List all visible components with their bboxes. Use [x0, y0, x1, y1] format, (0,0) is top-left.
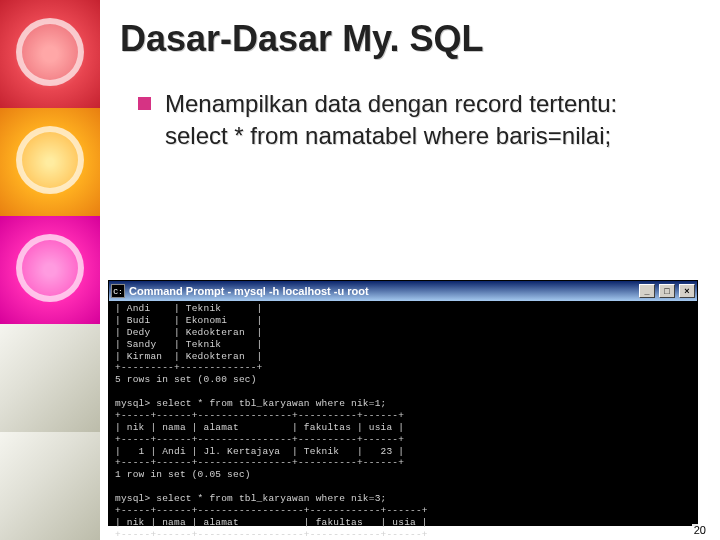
window-titlebar[interactable]: C: Command Prompt - mysql -h localhost -… [109, 281, 697, 301]
cmd-icon: C: [111, 284, 125, 298]
bullet-item: Menampilkan data dengan record tertentu:… [138, 88, 700, 153]
tile-clock-pink [0, 216, 100, 324]
bullet-text: Menampilkan data dengan record tertentu:… [165, 88, 617, 153]
bullet-marker-icon [138, 97, 151, 110]
decorative-sidebar [0, 0, 100, 540]
bullet-code: select * from namatabel where baris=nila… [165, 122, 611, 149]
command-prompt-window: C: Command Prompt - mysql -h localhost -… [108, 280, 698, 526]
window-title: Command Prompt - mysql -h localhost -u r… [129, 285, 635, 297]
slide-title: Dasar-Dasar My. SQL [120, 18, 700, 60]
close-button[interactable]: × [679, 284, 695, 298]
tile-paper-stack [0, 432, 100, 540]
maximize-button[interactable]: □ [659, 284, 675, 298]
tile-clock-orange [0, 108, 100, 216]
bullet-heading: Menampilkan data dengan record tertentu: [165, 90, 617, 117]
tile-clock-red [0, 0, 100, 108]
slide-content: Dasar-Dasar My. SQL Menampilkan data den… [120, 18, 700, 167]
minimize-button[interactable]: _ [639, 284, 655, 298]
terminal-output: | Andi | Teknik | | Budi | Ekonomi | | D… [109, 301, 697, 540]
tile-paper-stack [0, 324, 100, 432]
page-number: 20 [692, 524, 708, 536]
